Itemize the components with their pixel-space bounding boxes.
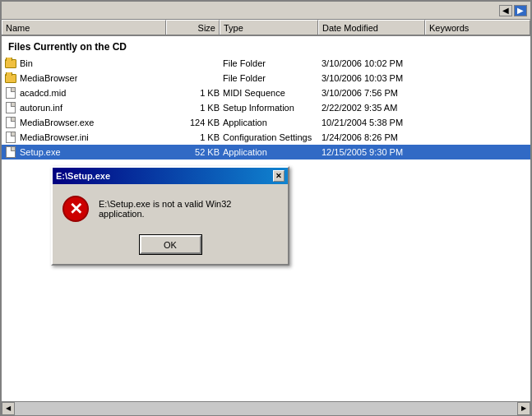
dialog-message-row: ✕ E:\Setup.exe is not a valid Win32 appl…: [62, 196, 278, 222]
dialog-title: E:\Setup.exe: [56, 171, 110, 181]
error-dialog: E:\Setup.exe ✕ ✕ E:\Setup.exe is not a v…: [51, 166, 289, 266]
error-icon: ✕: [62, 196, 89, 222]
main-window: ◀ ▶ Name Size Type Date Modified Keyword…: [0, 0, 532, 416]
dialog-overlay: E:\Setup.exe ✕ ✕ E:\Setup.exe is not a v…: [2, 2, 530, 414]
dialog-titlebar: E:\Setup.exe ✕: [53, 168, 288, 184]
ok-button[interactable]: OK: [140, 235, 201, 254]
dialog-content: ✕ E:\Setup.exe is not a valid Win32 appl…: [53, 184, 288, 264]
dialog-close-button[interactable]: ✕: [273, 170, 285, 182]
dialog-message: E:\Setup.exe is not a valid Win32 applic…: [99, 199, 278, 219]
